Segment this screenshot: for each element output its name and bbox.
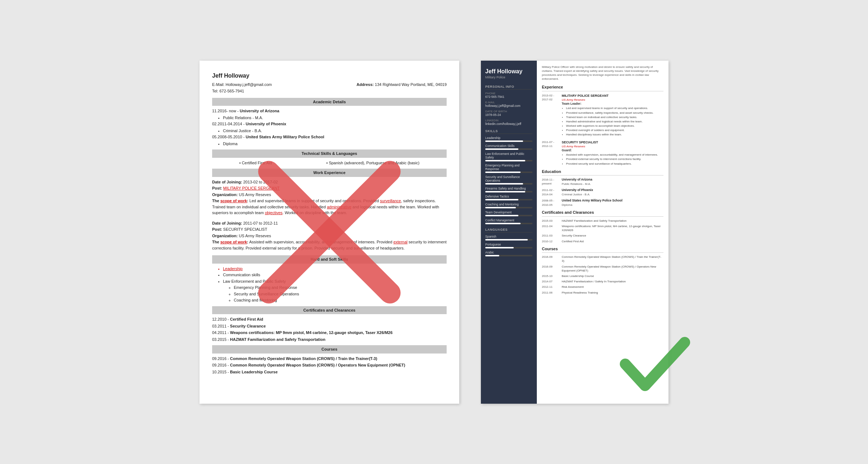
- course-entry: 2014-07 HAZMAT Familiarization / Safety …: [542, 279, 663, 283]
- skill-item: Coaching and Mentoring: [485, 203, 532, 208]
- academic-entry-3: 05.2008-05.2010 - United States Army Mil…: [212, 134, 447, 140]
- language-item: Arabic: [485, 251, 532, 256]
- skill-item: Conflict Management: [485, 218, 532, 224]
- sidebar-name-block: Jeff Holloway Military Police: [485, 68, 532, 79]
- cert-2: 03.2011 - Security Clearance: [212, 323, 447, 329]
- left-name: Jeff Holloway: [212, 71, 447, 80]
- experience-entry: 2013-02 -2017-02 MILITARY POLICE SERGEAN…: [542, 94, 663, 137]
- cert-entry: 2015-03 HAZMAT Familiarization and Safet…: [542, 219, 663, 223]
- hard-soft-item-3: Law Enforcement and Public Safety: [223, 278, 447, 285]
- course-list: 09.2016 - Common Remotely Operated Weapo…: [212, 356, 447, 375]
- left-contact-row: E-Mail: Holloway.j.jeff@gmail.com Addres…: [212, 82, 447, 88]
- right-resume-wrapper: Jeff Holloway Military Police Personal I…: [481, 61, 668, 404]
- hard-soft-item-4: Emergency Planning and Response: [234, 285, 447, 291]
- course-3: 10.2015 - Basic Leadership Course: [212, 369, 447, 375]
- technical-section-title: Technical Skills & Languages: [212, 149, 447, 158]
- course-2: 09.2016 - Common Remotely Operated Weapo…: [212, 362, 447, 368]
- skill-item: Communication Skills: [485, 144, 532, 150]
- course-entry: 2016-09 Common Remotely Operated Weapon …: [542, 255, 663, 263]
- sidebar-linkedin: LinkedIn linkedin.com/holloway.j.jeff: [485, 119, 532, 126]
- courses-title-right: Courses: [542, 246, 663, 253]
- hard-soft-list: Leadership Communication skills Law Enfo…: [223, 266, 447, 303]
- hard-soft-item-1: Leadership: [223, 266, 447, 272]
- cert-1: 12.2010 - Certified First Aid: [212, 316, 447, 322]
- education-entry: 2011-02 -2014-04 University of Phoenix C…: [542, 188, 663, 196]
- skill-item: Security and Surveillance Operations: [485, 175, 532, 185]
- sidebar-phone: Phone 672-565-7941: [485, 92, 532, 99]
- course-1: 09.2016 - Common Remotely Operated Weapo…: [212, 356, 447, 362]
- personal-info-title: Personal Info: [485, 85, 532, 90]
- skill-item: Defensive Tactics: [485, 195, 532, 200]
- cert-list: 12.2010 - Certified First Aid 03.2011 - …: [212, 316, 447, 342]
- technical-skills: • Certified First Aid • Spanish (advance…: [212, 160, 447, 166]
- skill-item: Team Development: [485, 211, 532, 216]
- resume-main: Military Police Officer with strong moti…: [537, 61, 668, 404]
- sidebar-name: Jeff Holloway: [485, 68, 532, 75]
- academic-entries: 11.2016- now - University of Arizona Pub…: [212, 108, 447, 147]
- left-tel: Tel: 672-565-7941: [212, 88, 447, 94]
- cert-4: 03.2015 - HAZMAT Familiarization and Saf…: [212, 337, 447, 343]
- academic-degree-1: Public Relations - M.A.: [223, 115, 447, 121]
- sidebar-email: E-mail holloway.j.jeff@gmail.com: [485, 101, 532, 108]
- cert-entry: 2010-12 Certified First Aid: [542, 239, 663, 243]
- course-entry: 2016-09 Common Remotely Operated Weapon …: [542, 265, 663, 273]
- course-entry: 2012-11 Risk Assessment: [542, 285, 663, 289]
- right-resume: Jeff Holloway Military Police Personal I…: [481, 61, 668, 404]
- academic-section-title: Academic Details: [212, 98, 447, 106]
- experience-list: 2013-02 -2017-02 MILITARY POLICE SERGEAN…: [542, 94, 663, 166]
- sidebar-job-title: Military Police: [485, 75, 532, 79]
- cert-3: 04.2011 - Weapons certifications: MP 9mm…: [212, 330, 447, 336]
- academic-degree-2: Criminal Justice - B.A.: [223, 128, 447, 134]
- left-resume: Jeff Holloway E-Mail: Holloway.j.jeff@gm…: [200, 61, 459, 404]
- hard-soft-item-6: Coaching and Mentoring: [234, 297, 447, 303]
- certs-title-right: Certificates and Clearances: [542, 210, 663, 216]
- hard-soft-section-title: Hard and Soft Skills: [212, 255, 447, 264]
- education-entry: 2016-11 -present University of Arizona P…: [542, 178, 663, 186]
- courses-section-title: Courses: [212, 345, 447, 354]
- language-item: Spanish: [485, 235, 532, 240]
- skill-item: Firearms Safety and Handling: [485, 187, 532, 192]
- experience-title: Experience: [542, 84, 663, 91]
- languages-list: Spanish Portuguese Arabic: [485, 235, 532, 256]
- hard-soft-item-5: Security and Surveillance Operations: [234, 291, 447, 297]
- certs-list-right: 2015-03 HAZMAT Familiarization and Safet…: [542, 219, 663, 243]
- left-address: Address: 134 Rightward Way Portland, ME,…: [356, 82, 447, 88]
- academic-entry-1: 11.2016- now - University of Arizona: [212, 108, 447, 114]
- education-list: 2016-11 -present University of Arizona P…: [542, 178, 663, 207]
- skill-item: Leadership: [485, 136, 532, 142]
- skill-2: • Spanish (advanced), Portuguese and Ara…: [326, 160, 419, 166]
- language-item: Portuguese: [485, 243, 532, 248]
- experience-entry: 2011-07 -2012-11 SECURITY SPECIALIST US …: [542, 140, 663, 166]
- skill-item: Emergency Planning and Response: [485, 164, 532, 173]
- resume-summary: Military Police Officer with strong moti…: [542, 65, 663, 81]
- languages-section-title: Languages: [485, 228, 532, 233]
- course-entry: 2015-10 Basic Leadership Course: [542, 274, 663, 278]
- work-section-title: Work Experience: [212, 169, 447, 177]
- skill-1: • Certified First Aid: [239, 160, 272, 166]
- work-entry-1: Date of Joining: 2013-02 to 2017-02 Post…: [212, 179, 447, 216]
- courses-list-right: 2016-09 Common Remotely Operated Weapon …: [542, 255, 663, 295]
- education-entry: 2008-05 -2010-05 United States Army Mili…: [542, 199, 663, 207]
- sidebar-dob: Date of birth 1978-05-24: [485, 110, 532, 117]
- hard-soft-item-2: Communication skills: [223, 272, 447, 278]
- cert-entry: 2011-04 Weapons certifications: MP 9mm p…: [542, 224, 663, 232]
- left-email: E-Mail: Holloway.j.jeff@gmail.com: [212, 82, 272, 88]
- cert-entry: 2011-03 Security Clearance: [542, 234, 663, 238]
- work-entry-2: Date of Joining: 2011-07 to 2012-11 Post…: [212, 220, 447, 251]
- education-title: Education: [542, 169, 663, 175]
- academic-entry-2: 02.2011-04.2014 - University of Phoenix: [212, 121, 447, 127]
- course-entry: 2011-06 Physical Readiness Training: [542, 291, 663, 295]
- certs-section-title: Certificates and Clearances: [212, 306, 447, 315]
- left-resume-wrapper: Jeff Holloway E-Mail: Holloway.j.jeff@gm…: [200, 61, 459, 404]
- academic-degree-3: Diploma: [223, 141, 447, 147]
- skill-item: Law Enforcement and Public Safety: [485, 152, 532, 161]
- resume-sidebar: Jeff Holloway Military Police Personal I…: [481, 61, 537, 404]
- skills-section-title: Skills: [485, 129, 532, 134]
- skills-list: Leadership Communication Skills Law Enfo…: [485, 136, 532, 224]
